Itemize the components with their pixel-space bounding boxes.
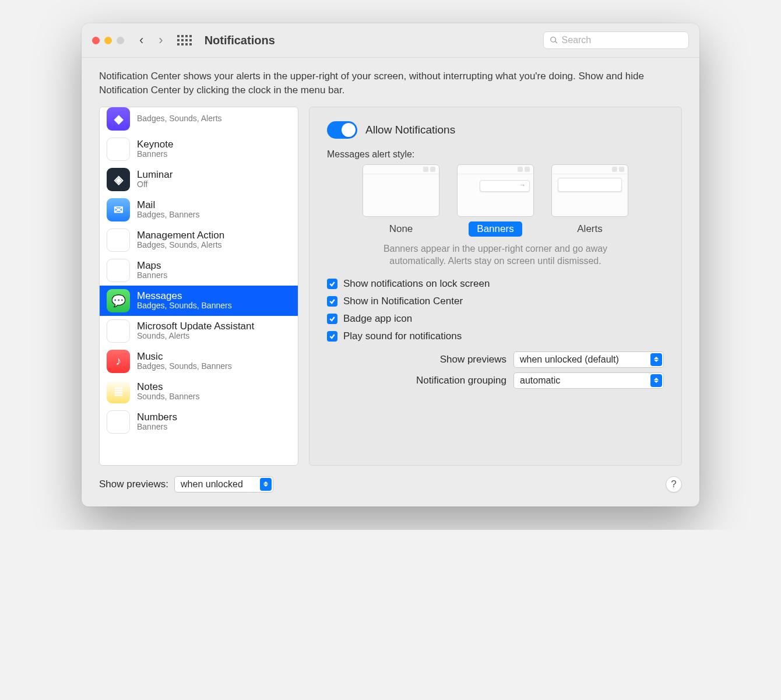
select-label: Show previews xyxy=(440,354,506,365)
select-label: Notification grouping xyxy=(416,375,506,386)
alert-style-thumb xyxy=(457,164,534,217)
stepper-arrows-icon xyxy=(650,374,662,387)
app-row-messages[interactable]: 💬MessagesBadges, Sounds, Banners xyxy=(100,286,298,316)
alert-style-options: NoneBannersAlerts xyxy=(327,164,664,237)
app-text: KeynoteBanners xyxy=(137,139,173,159)
app-name: Messages xyxy=(137,291,232,302)
app-text: MusicBadges, Sounds, Banners xyxy=(137,351,232,371)
select-notification-grouping[interactable]: automatic xyxy=(513,372,664,389)
stepper-arrows-icon xyxy=(650,353,662,366)
search-input[interactable] xyxy=(562,35,683,45)
app-row-numbers[interactable]: ▦NumbersBanners xyxy=(100,407,298,437)
app-name: Microsoft Update Assistant xyxy=(137,321,254,332)
select-show-previews[interactable]: when unlocked (default) xyxy=(513,351,664,368)
checkbox-row-1: Show in Notification Center xyxy=(327,296,664,307)
app-row-management-action[interactable]: ✚Management ActionBadges, Sounds, Alerts xyxy=(100,225,298,255)
minimize-button[interactable] xyxy=(104,37,112,44)
app-subtitle: Banners xyxy=(137,150,173,159)
back-button[interactable]: ‹ xyxy=(136,33,147,48)
app-name: Management Action xyxy=(137,230,224,241)
select-row-0: Show previewswhen unlocked (default) xyxy=(327,351,664,368)
alert-style-label: Banners xyxy=(469,221,522,237)
app-icon: ▦ xyxy=(107,410,130,434)
allow-row: Allow Notifications xyxy=(327,121,664,139)
app-row-microsoft-update-assistant[interactable]: ▦Microsoft Update AssistantSounds, Alert… xyxy=(100,316,298,346)
footer-previews-value: when unlocked xyxy=(181,479,243,490)
app-row-mail[interactable]: ✉MailBadges, Banners xyxy=(100,195,298,225)
help-button[interactable]: ? xyxy=(666,476,682,493)
app-subtitle: Badges, Banners xyxy=(137,210,199,219)
app-subtitle: Badges, Sounds, Alerts xyxy=(137,241,224,249)
app-icon: ▦ xyxy=(107,138,130,161)
app-icon: ◆ xyxy=(107,107,130,131)
app-row-luminar[interactable]: ◈LuminarOff xyxy=(100,164,298,195)
app-text: Microsoft Update AssistantSounds, Alerts xyxy=(137,321,254,341)
checkbox-row-3: Play sound for notifications xyxy=(327,330,664,342)
app-icon: ≣ xyxy=(107,380,130,403)
search-field[interactable] xyxy=(543,31,689,49)
forward-button[interactable]: › xyxy=(155,33,166,48)
checkbox-label: Play sound for notifications xyxy=(343,330,462,342)
alert-style-thumb xyxy=(363,164,439,217)
intro-text: Notification Center shows your alerts in… xyxy=(99,69,682,97)
select-value: automatic xyxy=(520,375,560,386)
select-rows: Show previewswhen unlocked (default)Noti… xyxy=(327,351,664,389)
footer-row: Show previews: when unlocked ? xyxy=(99,476,682,493)
checkbox-row-2: Badge app icon xyxy=(327,313,664,325)
app-subtitle: Badges, Sounds, Alerts xyxy=(137,114,222,123)
app-subtitle: Off xyxy=(137,180,173,189)
app-name: Mail xyxy=(137,200,199,211)
content-area: Notification Center shows your alerts in… xyxy=(82,58,699,506)
app-row-partial[interactable]: ◆Badges, Sounds, Alerts xyxy=(100,107,298,134)
app-icon: ✉ xyxy=(107,198,130,221)
app-row-notes[interactable]: ≣NotesSounds, Banners xyxy=(100,377,298,407)
alert-style-alerts[interactable]: Alerts xyxy=(551,164,628,237)
app-row-music[interactable]: ♪MusicBadges, Sounds, Banners xyxy=(100,346,298,377)
app-subtitle: Badges, Sounds, Banners xyxy=(137,301,232,310)
checkbox[interactable] xyxy=(327,279,337,289)
alert-style-heading: Messages alert style: xyxy=(327,149,664,160)
checkbox-group: Show notifications on lock screenShow in… xyxy=(327,278,664,342)
alert-style-none[interactable]: None xyxy=(363,164,439,237)
footer-previews-select[interactable]: when unlocked xyxy=(174,476,273,493)
app-name: Luminar xyxy=(137,170,173,181)
checkbox[interactable] xyxy=(327,331,337,342)
app-icon: ✚ xyxy=(107,228,130,252)
app-text: MapsBanners xyxy=(137,261,167,280)
alert-style-helper: Banners appear in the upper-right corner… xyxy=(356,242,635,268)
select-row-1: Notification groupingautomatic xyxy=(327,372,664,389)
app-text: MailBadges, Banners xyxy=(137,200,199,220)
footer-previews-label: Show previews: xyxy=(99,479,168,490)
app-row-maps[interactable]: ➤MapsBanners xyxy=(100,255,298,286)
app-row-keynote[interactable]: ▦KeynoteBanners xyxy=(100,134,298,164)
app-icon: ◈ xyxy=(107,168,130,191)
app-name: Maps xyxy=(137,261,167,272)
detail-pane: Allow Notifications Messages alert style… xyxy=(309,107,682,466)
app-name: Numbers xyxy=(137,412,177,423)
app-icon: ➤ xyxy=(107,259,130,282)
checkbox-row-0: Show notifications on lock screen xyxy=(327,278,664,290)
checkbox[interactable] xyxy=(327,314,337,324)
checkbox-label: Badge app icon xyxy=(343,313,412,325)
app-subtitle: Banners xyxy=(137,423,177,431)
panes: ◆Badges, Sounds, Alerts▦KeynoteBanners◈L… xyxy=(99,107,682,466)
footer-left: Show previews: when unlocked xyxy=(99,476,273,493)
close-button[interactable] xyxy=(92,37,100,44)
show-all-icon[interactable] xyxy=(177,35,192,45)
allow-label: Allow Notifications xyxy=(365,124,455,136)
app-subtitle: Sounds, Alerts xyxy=(137,332,254,340)
alert-style-banners[interactable]: Banners xyxy=(457,164,534,237)
search-icon xyxy=(550,36,558,45)
checkbox[interactable] xyxy=(327,296,337,307)
app-subtitle: Banners xyxy=(137,271,167,280)
checkbox-label: Show notifications on lock screen xyxy=(343,278,490,290)
app-icon: ▦ xyxy=(107,319,130,343)
allow-notifications-toggle[interactable] xyxy=(327,121,357,139)
pane-title: Notifications xyxy=(205,34,275,47)
zoom-button[interactable] xyxy=(117,37,124,44)
help-icon: ? xyxy=(671,479,676,490)
traffic-lights xyxy=(92,37,124,44)
app-subtitle: Sounds, Banners xyxy=(137,392,199,401)
app-subtitle: Badges, Sounds, Banners xyxy=(137,362,232,371)
app-list[interactable]: ◆Badges, Sounds, Alerts▦KeynoteBanners◈L… xyxy=(99,107,298,466)
